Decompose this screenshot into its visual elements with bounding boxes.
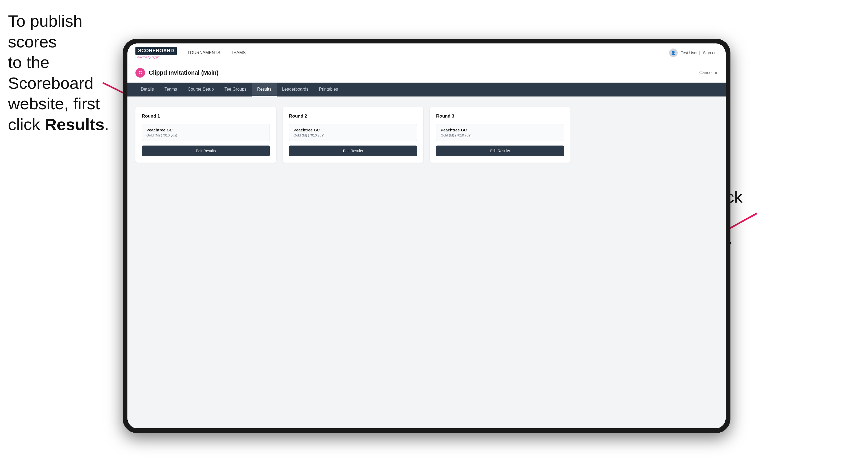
nav-tournaments[interactable]: TOURNAMENTS [187,51,220,55]
tab-leaderboards[interactable]: Leaderboards [277,83,314,96]
logo-area: SCOREBOARD Powered by clippd [135,46,177,59]
course-info-1: Peachtree GC Gold (M) (7010 yds) [142,124,270,141]
user-label: Test User | [681,51,700,55]
tournament-detail: C Clippd Invitational (Main) Cancel ✕ De… [127,62,726,428]
logo-subtitle: Powered by clippd [135,56,177,59]
tab-printables[interactable]: Printables [314,83,343,96]
close-icon: ✕ [714,70,718,75]
course-info-3: Peachtree GC Gold (M) (7010 yds) [436,124,564,141]
nav-links: TOURNAMENTS TEAMS [187,51,669,55]
course-details-1: Gold (M) (7010 yds) [146,133,265,137]
instruction-left: To publish scores to the Scoreboard webs… [8,11,109,135]
tab-results[interactable]: Results [252,83,277,96]
edit-results-button-3[interactable]: Edit Results [436,146,564,156]
user-avatar: 👤 [669,49,678,57]
cancel-button[interactable]: Cancel ✕ [699,70,718,75]
course-details-3: Gold (M) (7010 yds) [441,133,560,137]
course-name-3: Peachtree GC [441,128,560,132]
nav-teams[interactable]: TEAMS [231,51,246,55]
tournament-title-area: C Clippd Invitational (Main) [135,68,219,77]
device-screen: SCOREBOARD Powered by clippd TOURNAMENTS… [127,43,726,428]
course-info-2: Peachtree GC Gold (M) (7010 yds) [289,124,417,141]
tournament-header: C Clippd Invitational (Main) Cancel ✕ [127,62,726,83]
device-frame: SCOREBOARD Powered by clippd TOURNAMENTS… [123,39,731,433]
course-name-1: Peachtree GC [146,128,265,132]
course-name-2: Peachtree GC [293,128,412,132]
tournament-icon: C [135,68,145,77]
edit-results-button-1[interactable]: Edit Results [142,146,270,156]
course-details-2: Gold (M) (7010 yds) [293,133,412,137]
rounds-grid: Round 1 Peachtree GC Gold (M) (7010 yds)… [135,107,718,163]
tab-course-setup[interactable]: Course Setup [182,83,219,96]
round-3-title: Round 3 [436,114,564,119]
round-1-title: Round 1 [142,114,270,119]
empty-column [577,107,718,163]
tab-details[interactable]: Details [135,83,159,96]
round-card-1: Round 1 Peachtree GC Gold (M) (7010 yds)… [135,107,276,163]
sign-out-link[interactable]: Sign out [703,51,718,55]
logo: SCOREBOARD [135,46,177,55]
main-content: Round 1 Peachtree GC Gold (M) (7010 yds)… [127,96,726,428]
tab-nav: Details Teams Course Setup Tee Groups Re… [127,83,726,96]
tab-teams[interactable]: Teams [159,83,182,96]
app-navbar: SCOREBOARD Powered by clippd TOURNAMENTS… [127,43,726,62]
tournament-title: Clippd Invitational (Main) [149,69,219,76]
round-2-title: Round 2 [289,114,417,119]
tab-tee-groups[interactable]: Tee Groups [219,83,252,96]
round-card-2: Round 2 Peachtree GC Gold (M) (7010 yds)… [283,107,423,163]
round-card-3: Round 3 Peachtree GC Gold (M) (7010 yds)… [430,107,570,163]
nav-right: 👤 Test User | Sign out [669,49,718,57]
edit-results-button-2[interactable]: Edit Results [289,146,417,156]
